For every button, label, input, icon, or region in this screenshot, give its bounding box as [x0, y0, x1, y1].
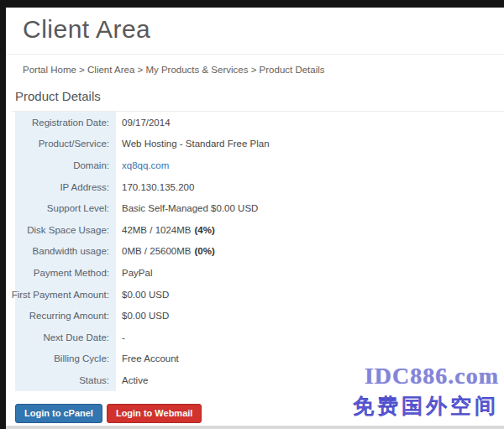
detail-label: First Payment Amount: [15, 284, 116, 306]
detail-value: PayPal [116, 262, 152, 284]
detail-row-billing-cycle: Billing Cycle:Free Account [15, 348, 270, 370]
watermark: IDC886.com 免费国外空间 [353, 363, 499, 420]
breadcrumb-separator: > [134, 65, 145, 75]
detail-label: Bandwidth usage: [15, 241, 116, 263]
window-top-edge [0, 0, 504, 8]
breadcrumb-item: Product Details [260, 65, 325, 75]
breadcrumb-item[interactable]: Portal Home [23, 65, 76, 75]
detail-label: Status: [15, 369, 116, 391]
detail-value: - [116, 327, 125, 348]
login-to-cpanel-button[interactable]: Login to cPanel [15, 404, 102, 423]
detail-label: Domain: [15, 154, 116, 176]
detail-row-domain: Domain:xq8qq.com [15, 154, 270, 176]
detail-value: 09/17/2014 [116, 112, 171, 133]
title-divider [6, 54, 504, 55]
breadcrumb-item[interactable]: Client Area [87, 65, 134, 75]
detail-label: Registration Date: [15, 112, 116, 133]
detail-value: $0.00 USD [116, 284, 169, 306]
detail-row-bandwidth-usage: Bandwidth usage:0MB / 25600MB(0%) [15, 241, 270, 263]
breadcrumb-separator: > [76, 65, 87, 75]
page-title: Client Area [23, 15, 150, 44]
window-bottom-edge [6, 426, 504, 429]
login-to-webmail-button[interactable]: Login to Webmail [107, 404, 202, 423]
detail-row-recurring-amount: Recurring Amount:$0.00 USD [15, 305, 270, 327]
breadcrumb-item[interactable]: My Products & Services [145, 65, 248, 75]
watermark-chinese-text: 免费国外空间 [353, 392, 499, 420]
detail-label: Next Due Date: [15, 327, 116, 348]
usage-percent: (4%) [194, 225, 214, 235]
detail-value: $0.00 USD [116, 305, 169, 327]
detail-value: xq8qq.com [116, 154, 169, 176]
detail-row-payment-method: Payment Method:PayPal [15, 262, 270, 284]
detail-label: Billing Cycle: [15, 348, 116, 370]
detail-row-status: Status:Active [15, 369, 270, 391]
detail-row-registration-date: Registration Date:09/17/2014 [15, 112, 270, 133]
breadcrumb: Portal Home > Client Area > My Products … [23, 65, 325, 75]
detail-value: Basic Self-Managed $0.00 USD [116, 197, 258, 219]
detail-row-product-service: Product/Service:Web Hosting - Standard F… [15, 133, 270, 155]
detail-value: 170.130.135.200 [116, 176, 194, 198]
domain-link[interactable]: xq8qq.com [122, 160, 169, 170]
detail-row-next-due-date: Next Due Date:- [15, 327, 270, 348]
action-buttons: Login to cPanel Login to Webmail [15, 404, 202, 423]
detail-value: Web Hosting - Standard Free Plan [116, 133, 270, 155]
section-title-product-details: Product Details [12, 89, 504, 112]
detail-label: Recurring Amount: [15, 305, 116, 327]
detail-row-disk-space-usage: Disk Space Usage:42MB / 1024MB(4%) [15, 219, 270, 241]
window-left-edge [0, 0, 6, 429]
detail-row-support-level: Support Level:Basic Self-Managed $0.00 U… [15, 197, 270, 219]
detail-label: Disk Space Usage: [15, 219, 116, 241]
detail-value: 42MB / 1024MB(4%) [116, 219, 215, 241]
detail-label: Product/Service: [15, 133, 116, 155]
watermark-site-text: IDC886.com [353, 363, 499, 390]
detail-value: Free Account [116, 348, 179, 370]
detail-row-first-payment-amount: First Payment Amount:$0.00 USD [15, 284, 270, 306]
detail-label: Support Level: [15, 197, 116, 219]
product-details-table: Registration Date:09/17/2014Product/Serv… [15, 112, 270, 391]
usage-percent: (0%) [194, 246, 214, 256]
detail-value: Active [116, 369, 148, 391]
detail-value: 0MB / 25600MB(0%) [116, 241, 215, 263]
detail-row-ip-address: IP Address:170.130.135.200 [15, 176, 270, 198]
detail-label: Payment Method: [15, 262, 116, 284]
detail-label: IP Address: [15, 176, 116, 198]
breadcrumb-separator: > [248, 65, 259, 75]
